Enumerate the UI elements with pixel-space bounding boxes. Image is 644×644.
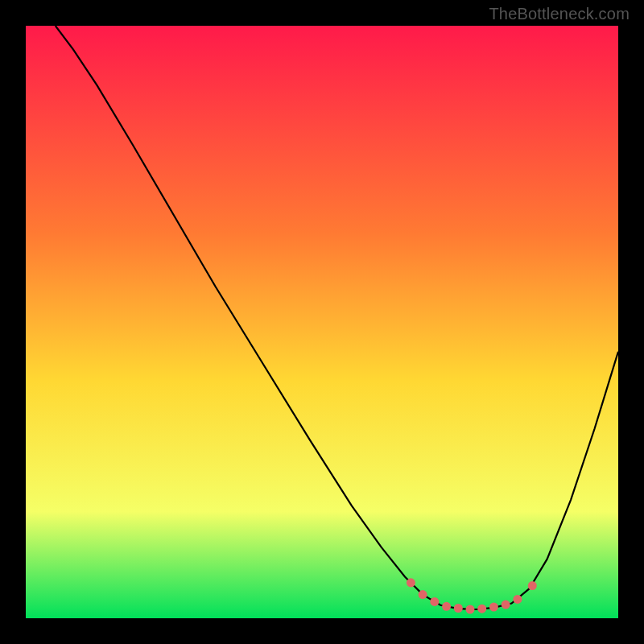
marker-dot xyxy=(454,604,463,613)
marker-dot xyxy=(466,605,475,614)
chart-svg xyxy=(26,26,618,618)
marker-dot xyxy=(419,590,427,599)
marker-dot xyxy=(489,603,498,612)
marker-dot xyxy=(477,605,486,613)
marker-dot xyxy=(442,602,451,611)
watermark-text: TheBottleneck.com xyxy=(489,5,630,23)
marker-dot xyxy=(430,597,439,606)
marker-dot xyxy=(407,578,415,587)
marker-dot xyxy=(502,601,510,609)
marker-dot xyxy=(513,595,522,604)
chart-container: TheBottleneck.com xyxy=(0,0,644,644)
plot-area xyxy=(26,26,618,618)
marker-dot xyxy=(528,581,537,590)
